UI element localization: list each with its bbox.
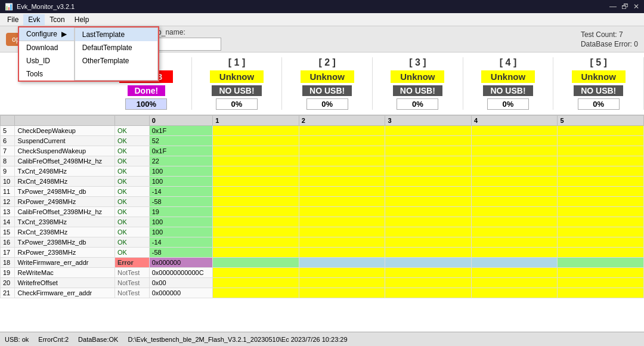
dropdown-other-template[interactable]: OtherTemplate (75, 54, 157, 67)
cell-result: NotTest (114, 268, 149, 278)
cell-name: RxCnt_2398MHz (15, 227, 114, 237)
cell-result: OK (114, 248, 149, 258)
close-button[interactable]: ✕ (633, 2, 639, 11)
cell-slot-1 (213, 248, 299, 258)
cell-slot-1 (213, 136, 299, 146)
cell-result: NotTest (114, 288, 149, 298)
slot-0-sub: Done! (128, 85, 166, 96)
cell-name: SuspendCurrent (15, 136, 114, 146)
cell-slot-5 (558, 237, 644, 248)
dropdown-default-template[interactable]: DefautTemplate (75, 41, 157, 54)
slot-1-sub: NO USB! (212, 85, 261, 96)
table-row: 17RxPower_2398MHzOK-58 (1, 248, 644, 258)
cell-slot-3 (385, 227, 472, 237)
cell-slot-4 (471, 136, 558, 146)
cell-slot-2 (299, 217, 385, 227)
cell-val0: 0x1F (149, 146, 213, 156)
cell-slot-4 (471, 248, 558, 258)
dropdown-tools[interactable]: Tools (19, 67, 74, 81)
cell-id: 20 (1, 278, 15, 288)
cell-result: OK (114, 146, 149, 156)
col-name (15, 116, 114, 126)
cell-name: ReWriteMac (15, 268, 114, 278)
cell-name: WriteFirmware_err_addr (15, 258, 114, 268)
cell-slot-1 (213, 126, 299, 136)
job-name-input[interactable] (150, 38, 221, 51)
cell-slot-3 (385, 177, 472, 187)
cell-slot-3 (385, 197, 472, 207)
cell-result: OK (114, 166, 149, 177)
slot-1-num: [ 1 ] (228, 57, 245, 68)
cell-slot-1 (213, 197, 299, 207)
dropdown-configure[interactable]: Configure ▶ (19, 27, 74, 41)
cell-val0: 0x1F (149, 126, 213, 136)
cell-val0: 100 (149, 177, 213, 187)
cell-slot-1 (213, 166, 299, 177)
cell-slot-1 (213, 268, 299, 278)
slot-5-status: Unknow (572, 70, 626, 83)
data-table: 0 1 2 3 4 5 5CheckDeepWakeupOK0x1F6Suspe… (0, 115, 644, 298)
cell-name: CalibFreOffset_2398MHz_hz (15, 207, 114, 217)
cell-slot-2 (299, 156, 385, 166)
cell-result: OK (114, 227, 149, 237)
slot-3-num: [ 3 ] (409, 57, 426, 68)
statusbar: USB: ok ErrorCnt:2 DataBase:OK D:\Evk_te… (0, 332, 644, 346)
table-row: 9TxCnt_2498MHzOK100 (1, 166, 644, 177)
cell-slot-5 (558, 156, 644, 166)
cell-slot-3 (385, 248, 472, 258)
cell-val0: 100 (149, 217, 213, 227)
dropdown-main-col: Configure ▶ Download Usb_ID Tools (19, 27, 75, 81)
cell-slot-3 (385, 166, 472, 177)
cell-val0: 100 (149, 166, 213, 177)
dropdown-last-template[interactable]: LastTemplate (75, 28, 157, 41)
cell-val0: 100 (149, 227, 213, 237)
cell-result: OK (114, 237, 149, 248)
col-5: 5 (558, 116, 644, 126)
status-db: DataBase:OK (78, 336, 118, 343)
col-3: 3 (385, 116, 472, 126)
cell-result: OK (114, 207, 149, 217)
maximize-button[interactable]: 🗗 (621, 2, 628, 11)
cell-slot-2 (299, 197, 385, 207)
dropdown-menu: Configure ▶ Download Usb_ID Tools LastTe… (18, 26, 159, 82)
cell-slot-2 (299, 268, 385, 278)
menu-tcon[interactable]: Tcon (45, 14, 69, 25)
cell-id: 16 (1, 237, 15, 248)
cell-slot-5 (558, 136, 644, 146)
menu-file[interactable]: File (2, 14, 23, 25)
dropdown-usbid[interactable]: Usb_ID (19, 54, 74, 67)
cell-result: OK (114, 197, 149, 207)
slot-5-progress: 0% (578, 98, 620, 110)
cell-id: 19 (1, 268, 15, 278)
cell-slot-5 (558, 227, 644, 237)
cell-slot-5 (558, 207, 644, 217)
cell-slot-3 (385, 258, 472, 268)
slot-1-status: Unknow (210, 70, 264, 83)
cell-id: 21 (1, 288, 15, 298)
table-row: 18WriteFirmware_err_addrError0x000000 (1, 258, 644, 268)
cell-slot-4 (471, 197, 558, 207)
table-row: 12RxPower_2498MHzOK-58 (1, 197, 644, 207)
titlebar: 📊 Evk_Monitor_v3.2.1 — 🗗 ✕ (0, 0, 644, 13)
cell-slot-4 (471, 166, 558, 177)
minimize-button[interactable]: — (609, 2, 617, 11)
cell-val0: 0x00000000000C (149, 268, 213, 278)
cell-id: 15 (1, 227, 15, 237)
cell-val0: 0x000000 (149, 258, 213, 268)
cell-slot-2 (299, 278, 385, 288)
cell-id: 7 (1, 146, 15, 156)
dropdown-download[interactable]: Download (19, 41, 74, 54)
table-row: 13CalibFreOffset_2398MHz_hzOK19 (1, 207, 644, 217)
cell-slot-1 (213, 227, 299, 237)
app-icon: 📊 (5, 3, 13, 11)
cell-slot-5 (558, 146, 644, 156)
cell-slot-2 (299, 237, 385, 248)
cell-slot-1 (213, 156, 299, 166)
info-block: Test Count: 7 DataBase Error: 0 (581, 30, 638, 48)
cell-name: TxPower_2398MHz_db (15, 237, 114, 248)
slot-4-progress: 0% (487, 98, 529, 110)
menu-evk[interactable]: Evk (23, 14, 45, 25)
cell-slot-3 (385, 126, 472, 136)
menu-help[interactable]: Help (70, 14, 94, 25)
cell-slot-5 (558, 166, 644, 177)
